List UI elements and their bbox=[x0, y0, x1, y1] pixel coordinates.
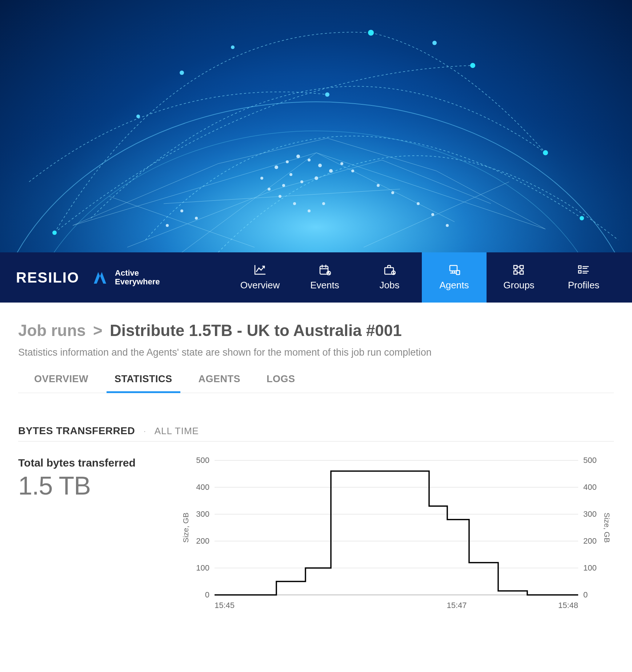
svg-point-35 bbox=[180, 209, 183, 212]
svg-text:Size, GB: Size, GB bbox=[181, 513, 190, 543]
svg-text:300: 300 bbox=[196, 509, 209, 519]
separator-dot: · bbox=[144, 427, 146, 435]
svg-point-23 bbox=[300, 180, 303, 183]
svg-text:200: 200 bbox=[196, 536, 209, 545]
svg-point-32 bbox=[308, 209, 311, 212]
groups-icon bbox=[513, 264, 525, 275]
nav-label: Jobs bbox=[380, 280, 400, 291]
brand-tagline-line2: Everywhere bbox=[115, 277, 160, 286]
svg-text:400: 400 bbox=[196, 483, 209, 492]
tab-statistics[interactable]: STATISTICS bbox=[115, 373, 172, 393]
nav-label: Agents bbox=[440, 280, 469, 291]
svg-text:15:47: 15:47 bbox=[447, 601, 467, 610]
svg-text:Size, GB: Size, GB bbox=[603, 513, 611, 543]
svg-point-38 bbox=[417, 202, 420, 205]
tab-logs[interactable]: LOGS bbox=[267, 373, 295, 393]
svg-point-43 bbox=[368, 30, 374, 36]
svg-point-21 bbox=[318, 164, 322, 167]
svg-point-44 bbox=[543, 150, 548, 155]
svg-point-37 bbox=[166, 224, 169, 227]
svg-point-24 bbox=[282, 184, 285, 187]
svg-text:200: 200 bbox=[583, 536, 597, 545]
svg-point-41 bbox=[391, 191, 394, 194]
svg-point-42 bbox=[377, 184, 380, 187]
tab-overview[interactable]: OVERVIEW bbox=[34, 373, 88, 393]
svg-point-18 bbox=[286, 160, 289, 163]
svg-point-39 bbox=[431, 213, 434, 216]
svg-text:100: 100 bbox=[583, 563, 597, 572]
svg-text:15:48: 15:48 bbox=[558, 601, 578, 610]
svg-point-33 bbox=[322, 202, 325, 205]
hero-banner bbox=[0, 0, 632, 252]
nav-items: Overview Events Jobs Agents Groups bbox=[228, 252, 616, 303]
svg-point-29 bbox=[268, 188, 271, 191]
stat-total-bytes: Total bytes transferred 1.5 TB bbox=[18, 457, 175, 500]
brand-tagline-line1: Active bbox=[115, 268, 139, 277]
nav-agents[interactable]: Agents bbox=[422, 252, 487, 303]
calendar-icon bbox=[319, 264, 331, 275]
svg-point-19 bbox=[296, 155, 300, 158]
breadcrumb-current: Distribute 1.5TB - UK to Australia #001 bbox=[110, 321, 402, 339]
svg-point-46 bbox=[180, 71, 184, 75]
svg-rect-68 bbox=[520, 265, 523, 269]
nav-overview[interactable]: Overview bbox=[228, 252, 292, 303]
svg-point-30 bbox=[279, 195, 281, 198]
svg-text:0: 0 bbox=[205, 590, 209, 599]
svg-rect-62 bbox=[450, 265, 457, 271]
svg-point-27 bbox=[340, 162, 343, 165]
svg-point-36 bbox=[195, 217, 198, 220]
svg-point-49 bbox=[580, 216, 584, 220]
svg-point-52 bbox=[136, 115, 140, 118]
svg-point-20 bbox=[308, 159, 311, 161]
agents-icon bbox=[448, 264, 460, 275]
subtabs: OVERVIEW STATISTICS AGENTS LOGS bbox=[18, 373, 614, 393]
svg-point-50 bbox=[432, 41, 437, 45]
nav-label: Groups bbox=[503, 280, 534, 291]
stat-label: Total bytes transferred bbox=[18, 457, 175, 469]
svg-point-34 bbox=[260, 177, 263, 180]
svg-point-40 bbox=[446, 224, 449, 227]
svg-point-51 bbox=[231, 45, 235, 49]
svg-text:0: 0 bbox=[583, 590, 588, 599]
nav-groups[interactable]: Groups bbox=[487, 252, 551, 303]
breadcrumb-root[interactable]: Job runs bbox=[18, 321, 86, 339]
svg-rect-70 bbox=[520, 271, 523, 274]
svg-rect-67 bbox=[514, 265, 517, 269]
svg-point-22 bbox=[289, 173, 292, 176]
svg-point-25 bbox=[315, 176, 318, 180]
svg-point-28 bbox=[351, 169, 354, 172]
svg-text:400: 400 bbox=[583, 483, 597, 492]
brand-tagline: Active Everywhere bbox=[90, 268, 160, 287]
globe-network-illustration bbox=[0, 0, 632, 252]
svg-text:100: 100 bbox=[196, 563, 209, 572]
time-range-filter[interactable]: ALL TIME bbox=[155, 425, 199, 437]
svg-point-48 bbox=[52, 231, 57, 235]
nav-profiles[interactable]: Profiles bbox=[551, 252, 616, 303]
svg-text:300: 300 bbox=[583, 509, 597, 519]
svg-text:500: 500 bbox=[196, 457, 209, 465]
nav-jobs[interactable]: Jobs bbox=[357, 252, 422, 303]
nav-events[interactable]: Events bbox=[292, 252, 357, 303]
briefcase-icon bbox=[383, 264, 396, 275]
stat-value: 1.5 TB bbox=[18, 471, 175, 500]
nav-label: Events bbox=[310, 280, 339, 291]
svg-text:500: 500 bbox=[583, 457, 597, 465]
breadcrumb: Job runs > Distribute 1.5TB - UK to Aust… bbox=[18, 321, 614, 340]
svg-point-45 bbox=[470, 63, 475, 68]
svg-point-47 bbox=[325, 92, 329, 97]
brand-logo: RESILIO bbox=[16, 269, 79, 286]
nav-label: Profiles bbox=[568, 280, 600, 291]
nav-label: Overview bbox=[240, 280, 280, 291]
page-subtitle: Statistics information and the Agents' s… bbox=[18, 347, 614, 358]
svg-rect-69 bbox=[514, 271, 517, 274]
section-title: BYTES TRANSFERRED bbox=[18, 425, 135, 437]
svg-point-26 bbox=[329, 169, 333, 173]
svg-text:15:45: 15:45 bbox=[215, 601, 235, 610]
tab-agents[interactable]: AGENTS bbox=[199, 373, 241, 393]
svg-rect-75 bbox=[579, 266, 581, 268]
brand-mark-icon bbox=[90, 268, 110, 287]
chevron-right-icon: > bbox=[93, 321, 103, 339]
svg-point-31 bbox=[293, 202, 296, 205]
top-nav: RESILIO Active Everywhere Overview Event… bbox=[0, 252, 632, 303]
chart-line-icon bbox=[254, 264, 266, 275]
